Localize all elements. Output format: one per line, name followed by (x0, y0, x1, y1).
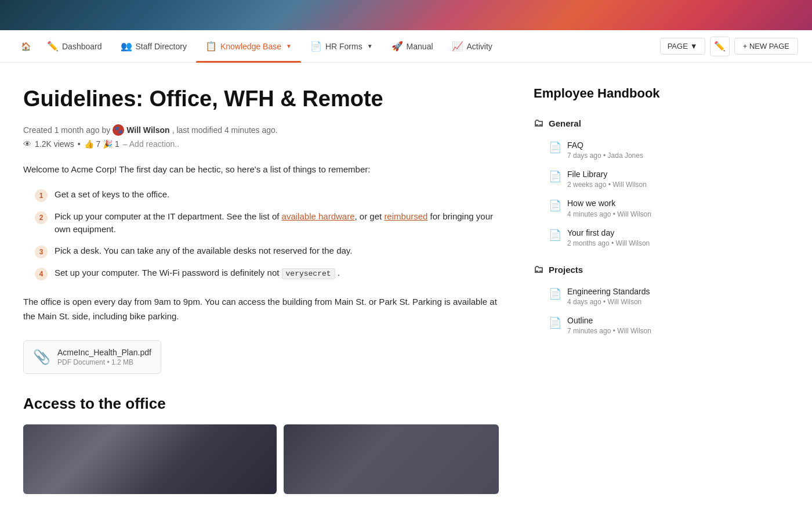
doc-icon-file-library: 📄 (549, 170, 561, 183)
list-text-4: Set up your computer. The Wi-Fi password… (55, 266, 340, 280)
doc-name-how-we-work: How we work (567, 198, 651, 208)
modified-text: , last modified 4 minutes ago. (172, 125, 278, 135)
sidebar-item-outline[interactable]: 📄 Outline 7 minutes ago • Will Wilson (534, 311, 708, 340)
page-button[interactable]: PAGE ▼ (660, 38, 705, 55)
new-page-button[interactable]: + NEW PAGE (734, 38, 798, 55)
list-text-1: Get a set of keys to the office. (55, 188, 169, 201)
folder-general: 🗂 General 📄 FAQ 7 days ago • Jada Jones … (534, 117, 708, 252)
nav-label-manual: Manual (407, 42, 433, 51)
nav-home[interactable]: 🏠 (14, 30, 38, 63)
list-item: 1 Get a set of keys to the office. (35, 188, 499, 202)
file-icon: 📎 (33, 349, 50, 365)
knowledge-base-icon: 📋 (205, 41, 217, 52)
numbered-list: 1 Get a set of keys to the office. 2 Pic… (35, 188, 499, 280)
file-info: AcmeInc_Health_Plan.pdf PDF Document • 1… (57, 348, 151, 366)
page-stats: 👁 1.2K views • 👍 7 🎉 1 – Add reaction.. (23, 139, 499, 149)
created-text: Created 1 month ago by (23, 125, 110, 135)
doc-info-faq: FAQ 7 days ago • Jada Jones (567, 140, 643, 160)
nav-label-knowledge-base: Knowledge Base (220, 42, 281, 51)
doc-name-engineering-standards: Engineering Standards (567, 286, 650, 297)
hr-forms-chevron: ▼ (367, 43, 373, 49)
nav-right: PAGE ▼ ✏️ + NEW PAGE (660, 37, 798, 56)
doc-meta-faq: 7 days ago • Jada Jones (567, 152, 643, 160)
add-reaction-link[interactable]: – Add reaction.. (123, 139, 179, 149)
author-name: Will Wilson (126, 125, 169, 135)
doc-info-how-we-work: How we work 4 minutes ago • Will Wilson (567, 198, 651, 218)
doc-meta-outline: 7 minutes ago • Will Wilson (567, 327, 651, 335)
file-attachment[interactable]: 📎 AcmeInc_Health_Plan.pdf PDF Document •… (23, 340, 161, 374)
folder-icon-projects: 🗂 (534, 264, 544, 276)
content-area: Guidelines: Office, WFH & Remote Created… (23, 63, 534, 508)
list-num-3: 3 (35, 246, 48, 258)
nav-item-hr-forms[interactable]: 📄 HR Forms ▼ (301, 30, 382, 63)
doc-name-file-library: File Library (567, 169, 647, 179)
body-paragraph: The office is open every day from 9am to… (23, 294, 499, 324)
list-item: 2 Pick up your computer at the IT depart… (35, 210, 499, 236)
list-num-1: 1 (35, 189, 48, 202)
activity-icon: 📈 (452, 41, 463, 52)
sidebar-item-how-we-work[interactable]: 📄 How we work 4 minutes ago • Will Wilso… (534, 193, 708, 222)
code-verysecret: verysecret (282, 268, 335, 279)
doc-info-your-first-day: Your first day 2 months ago • Will Wilso… (567, 228, 650, 247)
folder-label-general: General (549, 118, 581, 128)
nav-label-hr-forms: HR Forms (325, 42, 362, 51)
sidebar: Employee Handbook 🗂 General 📄 FAQ 7 days… (534, 63, 708, 508)
nav-item-manual[interactable]: 🚀 Manual (382, 30, 443, 63)
doc-meta-engineering-standards: 4 days ago • Will Wilson (567, 298, 650, 306)
edit-button[interactable]: ✏️ (710, 37, 730, 56)
doc-icon-your-first-day: 📄 (549, 229, 561, 242)
doc-name-outline: Outline (567, 315, 651, 326)
doc-name-your-first-day: Your first day (567, 228, 650, 238)
nav-item-staff-directory[interactable]: 👥 Staff Directory (111, 30, 196, 63)
section2-heading: Access to the office (23, 395, 499, 413)
knowledge-base-chevron: ▼ (286, 43, 292, 49)
main-layout: Guidelines: Office, WFH & Remote Created… (0, 63, 812, 508)
doc-name-faq: FAQ (567, 140, 643, 150)
sidebar-item-engineering-standards[interactable]: 📄 Engineering Standards 4 days ago • Wil… (534, 282, 708, 311)
available-hardware-link[interactable]: available hardware (282, 211, 355, 221)
doc-info-file-library: File Library 2 weeks ago • Will Wilson (567, 169, 647, 189)
list-item: 3 Pick a desk. You can take any of the a… (35, 244, 499, 258)
hr-forms-icon: 📄 (310, 41, 322, 52)
file-size: 1.2 MB (111, 358, 133, 366)
doc-info-engineering-standards: Engineering Standards 4 days ago • Will … (567, 286, 650, 306)
file-meta: PDF Document • 1.2 MB (57, 358, 151, 366)
folder-label-projects: Projects (549, 265, 583, 275)
new-page-label: + NEW PAGE (743, 42, 789, 51)
nav-label-staff-directory: Staff Directory (136, 42, 187, 51)
sidebar-item-your-first-day[interactable]: 📄 Your first day 2 months ago • Will Wil… (534, 223, 708, 252)
list-text-3: Pick a desk. You can take any of the ava… (55, 244, 352, 258)
folder-icon-general: 🗂 (534, 117, 544, 129)
header-banner (0, 0, 812, 30)
intro-paragraph: Welcome to Acme Corp! The first day can … (23, 163, 499, 176)
doc-meta-your-first-day: 2 months ago • Will Wilson (567, 239, 650, 247)
nav-item-dashboard[interactable]: ✏️ Dashboard (38, 30, 111, 63)
nav-item-knowledge-base[interactable]: 📋 Knowledge Base ▼ (196, 30, 301, 63)
manual-icon: 🚀 (392, 41, 403, 52)
folder-header-projects[interactable]: 🗂 Projects (534, 264, 708, 276)
page-title: Guidelines: Office, WFH & Remote (23, 86, 499, 113)
doc-meta-file-library: 2 weeks ago • Will Wilson (567, 181, 647, 189)
nav-item-activity[interactable]: 📈 Activity (443, 30, 502, 63)
page-meta: Created 1 month ago by 🐾 Will Wilson , l… (23, 124, 499, 136)
edit-icon: ✏️ (714, 41, 726, 52)
navbar: 🏠 ✏️ Dashboard 👥 Staff Directory 📋 Knowl… (0, 30, 812, 63)
sidebar-item-faq[interactable]: 📄 FAQ 7 days ago • Jada Jones (534, 135, 708, 164)
staff-directory-icon: 👥 (121, 41, 132, 52)
sidebar-item-file-library[interactable]: 📄 File Library 2 weeks ago • Will Wilson (534, 164, 708, 193)
doc-info-outline: Outline 7 minutes ago • Will Wilson (567, 315, 651, 335)
dashboard-icon: ✏️ (47, 41, 59, 52)
reimbursed-link[interactable]: reimbursed (384, 211, 427, 221)
page-chevron-icon: ▼ (690, 42, 698, 51)
list-text-2: Pick up your computer at the IT departme… (55, 210, 499, 236)
nav-items: 🏠 ✏️ Dashboard 👥 Staff Directory 📋 Knowl… (14, 30, 660, 63)
author-avatar: 🐾 (113, 124, 124, 136)
nav-label-dashboard: Dashboard (62, 42, 102, 51)
list-num-4: 4 (35, 268, 48, 280)
page-button-label: PAGE (668, 42, 688, 51)
views-icon: 👁 (23, 139, 31, 149)
doc-icon-engineering-standards: 📄 (549, 287, 561, 300)
sidebar-title: Employee Handbook (534, 86, 708, 101)
folder-header-general[interactable]: 🗂 General (534, 117, 708, 129)
office-image-1 (23, 424, 277, 494)
